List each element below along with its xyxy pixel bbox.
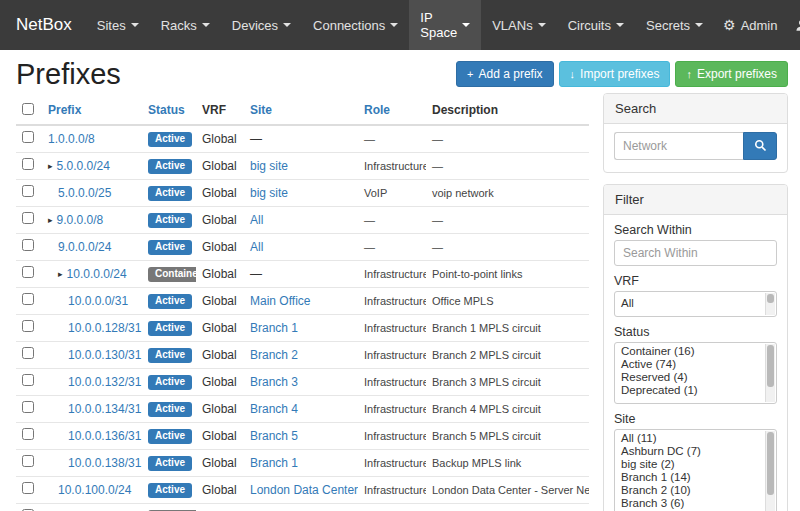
site-link[interactable]: Branch 1 <box>250 321 298 335</box>
site-link[interactable]: London Data Center <box>250 483 358 497</box>
prefix-indent <box>48 439 68 440</box>
role-cell: Infrastructure <box>358 422 426 449</box>
prefix-link[interactable]: 10.0.100.0/24 <box>58 483 131 497</box>
filter-option[interactable]: All <box>615 297 776 310</box>
column-header-prefix[interactable]: Prefix <box>48 103 81 117</box>
nav-item-devices[interactable]: Devices <box>221 0 302 50</box>
select-all-checkbox[interactable] <box>22 103 34 115</box>
status-filter-label: Status <box>614 325 777 339</box>
row-checkbox[interactable] <box>22 185 34 197</box>
description-cell: Backup MPLS link <box>426 449 589 476</box>
site-link[interactable]: Branch 3 <box>250 375 298 389</box>
prefix-link[interactable]: 9.0.0.0/24 <box>58 240 111 254</box>
nav-item-secrets[interactable]: Secrets <box>635 0 714 50</box>
description-cell: — <box>426 503 589 511</box>
nav-item-ip-space[interactable]: IP Space <box>409 0 481 50</box>
column-header-role[interactable]: Role <box>364 103 390 117</box>
prefix-link[interactable]: 5.0.0.0/24 <box>57 159 110 173</box>
prefix-link[interactable]: 10.0.0.136/31 <box>68 429 141 443</box>
scrollbar[interactable] <box>765 344 775 402</box>
vrf-cell: Global <box>196 395 244 422</box>
table-row: ▸9.0.0.0/8 Active Global All — — <box>16 206 589 233</box>
filter-option[interactable]: big site (2) <box>615 458 776 471</box>
vrf-filter-select[interactable]: All <box>614 291 777 317</box>
row-checkbox[interactable] <box>22 266 34 278</box>
prefix-link[interactable]: 9.0.0.0/8 <box>57 213 104 227</box>
row-checkbox[interactable] <box>22 320 34 332</box>
site-cell: All <box>244 233 358 260</box>
expand-arrow-icon: ▸ <box>58 269 63 279</box>
nav-item-admin[interactable]: ⚙ Admin <box>714 0 786 50</box>
site-link[interactable]: Branch 1 <box>250 456 298 470</box>
status-badge: Active <box>148 321 192 336</box>
table-row: 1.0.0.0/8 Active Global — — — <box>16 125 589 153</box>
site-link[interactable]: big site <box>250 159 288 173</box>
prefix-link[interactable]: 10.0.0.134/31 <box>68 402 141 416</box>
row-checkbox[interactable] <box>22 482 34 494</box>
export-prefixes-button[interactable]: ↑ Export prefixes <box>675 61 788 87</box>
search-input[interactable] <box>614 132 743 160</box>
brand-link[interactable]: NetBox <box>16 0 72 50</box>
nav-item-sites[interactable]: Sites <box>86 0 150 50</box>
site-link[interactable]: All <box>250 213 263 227</box>
site-link[interactable]: Branch 2 <box>250 348 298 362</box>
prefix-link[interactable]: 10.0.0.128/31 <box>68 321 141 335</box>
filter-option[interactable]: Container (16) <box>615 345 776 358</box>
nav-item-circuits[interactable]: Circuits <box>557 0 635 50</box>
prefix-link[interactable]: 1.0.0.0/8 <box>48 132 95 146</box>
site-link[interactable]: Main Office <box>250 294 310 308</box>
filter-option[interactable]: Branch 3 (6) <box>615 497 776 510</box>
role-cell: Infrastructure <box>358 395 426 422</box>
search-within-input[interactable] <box>614 240 777 266</box>
table-row: ▸10.1.0.0/16 Container Global Branch 1 —… <box>16 503 589 511</box>
add-prefix-button[interactable]: + Add a prefix <box>456 61 553 87</box>
search-button[interactable] <box>743 132 777 160</box>
filter-option[interactable]: Active (74) <box>615 358 776 371</box>
column-header-status[interactable]: Status <box>148 103 185 117</box>
row-checkbox[interactable] <box>22 239 34 251</box>
site-link[interactable]: Branch 5 <box>250 429 298 443</box>
scrollbar[interactable] <box>765 431 775 511</box>
chevron-down-icon <box>462 23 470 27</box>
filter-option[interactable]: Branch 2 (10) <box>615 484 776 497</box>
row-checkbox[interactable] <box>22 374 34 386</box>
prefix-indent <box>48 277 58 278</box>
site-link[interactable]: big site <box>250 186 288 200</box>
table-row: 10.0.0.138/31 Active Global Branch 1 Inf… <box>16 449 589 476</box>
import-prefixes-button[interactable]: ↓ Import prefixes <box>559 61 671 87</box>
prefix-link[interactable]: 10.0.0.130/31 <box>68 348 141 362</box>
filter-option[interactable]: Reserved (4) <box>615 371 776 384</box>
nav-item-profile[interactable]: Profile <box>786 0 800 50</box>
site-filter-select[interactable]: All (11)Ashburn DC (7)big site (2)Branch… <box>614 429 777 511</box>
nav-item-racks[interactable]: Racks <box>150 0 221 50</box>
site-link[interactable]: All <box>250 240 263 254</box>
site-link[interactable]: Branch 4 <box>250 402 298 416</box>
prefix-indent <box>48 358 68 359</box>
filter-option[interactable]: Deprecated (1) <box>615 384 776 397</box>
row-checkbox[interactable] <box>22 455 34 467</box>
prefix-indent <box>48 250 58 251</box>
filter-option[interactable]: Branch 1 (14) <box>615 471 776 484</box>
prefix-link[interactable]: 10.0.0.0/31 <box>68 294 128 308</box>
row-checkbox[interactable] <box>22 131 34 143</box>
filter-option[interactable]: Ashburn DC (7) <box>615 445 776 458</box>
prefix-link[interactable]: 10.0.0.132/31 <box>68 375 141 389</box>
table-row: 10.0.0.128/31 Active Global Branch 1 Inf… <box>16 314 589 341</box>
row-checkbox[interactable] <box>22 212 34 224</box>
filter-option[interactable]: All (11) <box>615 432 776 445</box>
status-filter-select[interactable]: Container (16)Active (74)Reserved (4)Dep… <box>614 342 777 404</box>
prefix-link[interactable]: 10.0.0.0/24 <box>67 267 127 281</box>
row-checkbox[interactable] <box>22 428 34 440</box>
row-checkbox[interactable] <box>22 158 34 170</box>
prefix-link[interactable]: 5.0.0.0/25 <box>58 186 111 200</box>
nav-item-vlans[interactable]: VLANs <box>481 0 556 50</box>
prefix-link[interactable]: 10.0.0.138/31 <box>68 456 141 470</box>
row-checkbox[interactable] <box>22 293 34 305</box>
row-checkbox[interactable] <box>22 401 34 413</box>
scrollbar[interactable] <box>765 293 775 315</box>
row-checkbox[interactable] <box>22 347 34 359</box>
search-panel: Search <box>603 93 788 173</box>
status-badge: Active <box>148 213 192 228</box>
nav-item-connections[interactable]: Connections <box>302 0 409 50</box>
column-header-site[interactable]: Site <box>250 103 272 117</box>
